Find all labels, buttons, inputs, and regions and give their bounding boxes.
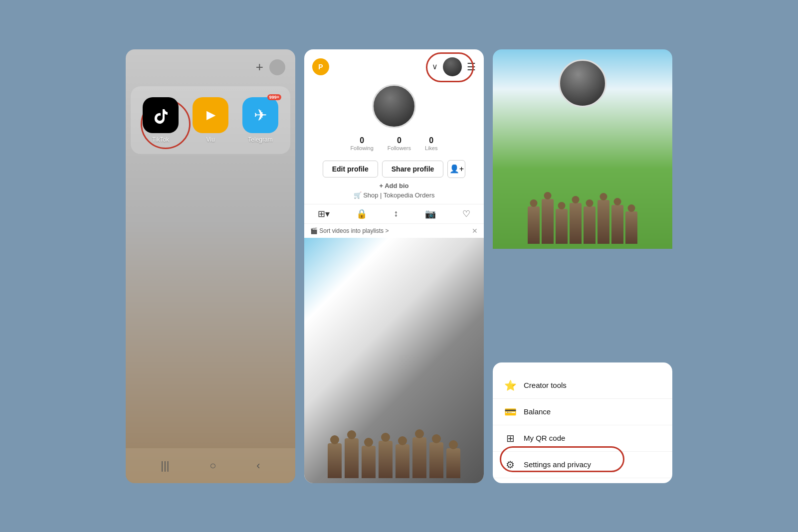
header-right-group: ∨ ☰ — [432, 57, 476, 76]
menu-item-settings[interactable]: ⚙ Settings and privacy — [493, 452, 672, 478]
shop-link-text: 🛒 Shop | Tokopedia Orders — [354, 191, 435, 199]
p3-figure-3 — [556, 209, 568, 244]
p3-figure-5 — [584, 206, 596, 244]
likes-count: 0 — [429, 136, 433, 145]
panel3-top-area — [493, 49, 672, 249]
add-bio-text: + Add bio — [379, 182, 408, 189]
avatar-image — [443, 57, 462, 76]
following-label: Following — [350, 145, 373, 151]
add-bio-link[interactable]: + Add bio — [379, 182, 408, 189]
app-drawer-panel: + TikTok ▶ Viu ✈ 999+ Telegr — [126, 49, 295, 483]
figure-6 — [412, 437, 426, 478]
sort-videos-text[interactable]: 🎬 Sort videos into playlists > — [310, 227, 389, 234]
followers-count: 0 — [397, 136, 401, 145]
sort-bar: 🎬 Sort videos into playlists > ✕ — [304, 224, 484, 238]
p3-figure-1 — [528, 206, 540, 244]
plus-icon[interactable]: + — [256, 59, 263, 75]
viu-app-icon[interactable]: ▶ — [193, 97, 228, 133]
tiktok-profile-panel: P ∨ ☰ 0 Following 0 Followers 0 Likes Ed… — [304, 49, 484, 483]
shop-link[interactable]: 🛒 Shop | Tokopedia Orders — [354, 191, 435, 199]
figure-4 — [379, 441, 393, 478]
content-tab-bar: ⊞▾ 🔒 ↕ 📷 ♡ — [304, 204, 484, 224]
apps-grid: TikTok ▶ Viu ✈ 999+ Telegram — [131, 86, 290, 154]
settings-label: Settings and privacy — [524, 460, 591, 469]
qr-code-icon: ⊞ — [504, 432, 517, 444]
add-person-icon: 👤+ — [449, 164, 464, 174]
followers-label: Followers — [388, 145, 411, 151]
panel3-figures — [528, 199, 637, 244]
profile-actions: Edit profile Share profile 👤+ — [323, 160, 466, 178]
following-stat: 0 Following — [350, 136, 373, 151]
figure-7 — [429, 442, 443, 478]
menu-item-balance[interactable]: 💳 Balance — [493, 399, 672, 425]
balance-icon: 💳 — [504, 406, 517, 418]
list-item[interactable]: ▶ Viu — [193, 97, 228, 143]
menu-item-creator-tools[interactable]: ⭐ Creator tools — [493, 372, 672, 399]
edit-profile-button[interactable]: Edit profile — [323, 161, 378, 177]
tab-photo[interactable]: 📷 — [425, 208, 436, 219]
group-photo — [304, 238, 484, 483]
tiktok-app-label: TikTok — [152, 136, 169, 143]
search-circle-button[interactable] — [269, 59, 285, 75]
p-icon-label: P — [318, 63, 323, 71]
profile-avatar — [372, 84, 416, 128]
tab-liked[interactable]: ♡ — [462, 208, 470, 219]
tab-videos[interactable]: ⊞▾ — [318, 208, 330, 219]
likes-stat: 0 Likes — [425, 136, 438, 151]
list-item[interactable]: TikTok — [143, 97, 179, 143]
telegram-logo-text: ✈ — [254, 106, 267, 125]
p3-figure-7 — [611, 205, 623, 244]
profile-stats: 0 Following 0 Followers 0 Likes — [350, 136, 437, 151]
nav-back-button[interactable]: ‹ — [256, 459, 260, 472]
figures-group — [328, 437, 460, 478]
avatar[interactable] — [443, 57, 462, 76]
balance-label: Balance — [524, 407, 551, 416]
hamburger-menu-icon[interactable]: ☰ — [467, 61, 476, 73]
p-icon[interactable]: P — [312, 58, 329, 75]
figure-8 — [446, 448, 460, 478]
tiktok-app-icon[interactable] — [143, 97, 179, 133]
creator-tools-icon: ⭐ — [504, 379, 517, 391]
telegram-app-icon[interactable]: ✈ 999+ — [242, 97, 278, 133]
menu-item-qr-code[interactable]: ⊞ My QR code — [493, 425, 672, 452]
tab-private[interactable]: 🔒 — [356, 208, 367, 219]
qr-code-label: My QR code — [524, 434, 565, 442]
tab-repost[interactable]: ↕ — [394, 208, 398, 219]
bottom-navigation: ||| ○ ‹ — [126, 448, 295, 483]
telegram-app-label: Telegram — [248, 136, 272, 143]
figure-5 — [396, 444, 409, 478]
followers-stat: 0 Followers — [388, 136, 411, 151]
likes-label: Likes — [425, 145, 438, 151]
share-profile-button[interactable]: Share profile — [382, 161, 444, 177]
figure-1 — [328, 443, 342, 478]
creator-tools-label: Creator tools — [524, 381, 567, 389]
p3-figure-4 — [570, 203, 582, 244]
add-friend-button[interactable]: 👤+ — [447, 160, 465, 178]
profile-header: P ∨ ☰ — [304, 49, 484, 80]
nav-home-button[interactable]: ○ — [209, 459, 216, 472]
video-thumbnail — [304, 238, 484, 483]
figure-2 — [345, 438, 359, 478]
tiktok-menu-panel: ⭐ Creator tools 💳 Balance ⊞ My QR code ⚙… — [493, 49, 672, 483]
p3-figure-2 — [542, 199, 554, 244]
tiktok-logo-svg — [151, 105, 171, 125]
p3-figure-6 — [598, 200, 609, 244]
following-count: 0 — [360, 136, 364, 145]
viu-logo-text: ▶ — [206, 109, 215, 122]
notification-badge: 999+ — [267, 94, 281, 100]
panel3-avatar — [559, 59, 606, 107]
nav-recent-apps-button[interactable]: ||| — [161, 459, 169, 472]
chevron-down-icon[interactable]: ∨ — [432, 62, 438, 71]
p3-figure-8 — [625, 211, 637, 244]
viu-app-label: Viu — [206, 136, 214, 143]
top-bar: + — [126, 59, 295, 81]
figure-3 — [362, 446, 376, 478]
dropdown-menu: ⭐ Creator tools 💳 Balance ⊞ My QR code ⚙… — [493, 362, 672, 483]
settings-gear-icon: ⚙ — [504, 459, 517, 471]
sort-close-icon[interactable]: ✕ — [472, 227, 478, 235]
list-item[interactable]: ✈ 999+ Telegram — [242, 97, 278, 143]
